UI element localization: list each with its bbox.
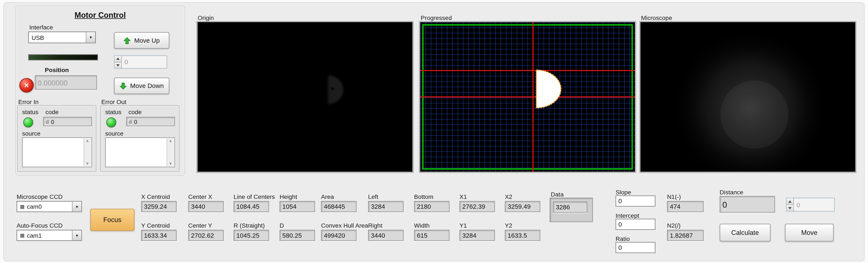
ratio-label: Ratio xyxy=(616,235,630,242)
area-label: Area xyxy=(321,193,334,200)
move-button-label: Move xyxy=(801,229,817,236)
slope-input[interactable] xyxy=(616,196,655,207)
left-value: 3284 xyxy=(368,201,404,212)
step-size-input[interactable]: 0 xyxy=(114,55,167,69)
radix-icon: d xyxy=(129,119,132,124)
error-out-source-box: ∧ ∨ xyxy=(105,137,175,167)
autofocus-ccd-select[interactable]: ▦ cam1 ▾ xyxy=(17,230,82,241)
intercept-label: Intercept xyxy=(616,212,640,219)
y-centroid-value: 1633.34 xyxy=(141,230,177,241)
focus-button[interactable]: Focus xyxy=(90,209,135,231)
move-down-label: Move Down xyxy=(130,83,164,89)
area-value: 468445 xyxy=(321,201,356,212)
origin-image-display xyxy=(196,21,413,173)
center-y-value: 2702.62 xyxy=(188,230,224,241)
scrollbar[interactable]: ∧ ∨ xyxy=(84,138,91,166)
n1-value: 474 xyxy=(667,201,704,212)
x2-label: X2 xyxy=(505,193,512,200)
d-value: 580.25 xyxy=(280,230,315,241)
error-out-label: Error Out xyxy=(101,99,126,105)
x-centroid-label: X Centroid xyxy=(141,193,170,200)
move-up-button[interactable]: Move Up xyxy=(114,32,169,49)
data-listbox[interactable]: 3286 xyxy=(550,198,593,222)
x2-value: 3259.49 xyxy=(505,201,540,212)
y1-label: Y1 xyxy=(460,222,467,229)
error-out-code-value: d 0 xyxy=(126,117,175,126)
intercept-input[interactable] xyxy=(616,219,655,230)
center-y-label: Center Y xyxy=(188,222,212,229)
move-target-input[interactable]: 0 xyxy=(786,198,835,212)
progressed-image-display xyxy=(419,21,636,173)
distance-value: 0 xyxy=(720,196,775,212)
error-out-source-label: source xyxy=(105,130,124,137)
scroll-down-icon[interactable]: ∨ xyxy=(169,161,172,166)
bottom-value: 2180 xyxy=(414,201,450,212)
stop-button[interactable]: ✕ xyxy=(19,78,34,92)
dropdown-arrow-icon[interactable]: ▾ xyxy=(72,230,82,240)
particle-core-dot xyxy=(331,87,334,90)
ratio-input[interactable] xyxy=(616,242,655,253)
radix-icon: d xyxy=(46,119,49,124)
dropdown-arrow-icon[interactable]: ▾ xyxy=(72,202,82,211)
interface-selected-value: USB xyxy=(32,34,44,41)
error-in-label: Error In xyxy=(18,99,39,105)
move-target-value: 0 xyxy=(794,198,834,211)
activity-bar-indicator xyxy=(28,54,98,60)
position-label: Position xyxy=(45,66,69,73)
increment-icon[interactable] xyxy=(115,56,121,62)
move-button[interactable]: Move xyxy=(785,224,834,241)
width-value: 615 xyxy=(414,230,450,241)
error-in-code-label: code xyxy=(45,109,59,115)
y2-label: Y2 xyxy=(505,222,512,229)
close-icon: ✕ xyxy=(24,82,29,89)
microscope-ccd-select[interactable]: ▦ cam0 ▾ xyxy=(17,201,82,212)
x1-label: X1 xyxy=(460,193,467,200)
d-label: D xyxy=(280,222,284,229)
microscope-ccd-value: cam0 xyxy=(27,203,41,210)
error-out-cluster: status code d 0 source ∧ ∨ xyxy=(100,105,179,172)
scroll-up-icon[interactable]: ∧ xyxy=(169,139,172,144)
focus-button-label: Focus xyxy=(103,216,121,224)
data-list-item: 3286 xyxy=(553,202,587,213)
slope-label: Slope xyxy=(616,189,631,196)
error-in-status-led xyxy=(23,117,33,127)
microscope-display-label: Microscope xyxy=(641,14,672,21)
spinner[interactable] xyxy=(786,198,794,211)
center-x-value: 3440 xyxy=(188,201,224,212)
decrement-icon[interactable] xyxy=(115,62,121,68)
error-in-status-label: status xyxy=(22,109,38,115)
x1-value: 2762.39 xyxy=(460,201,495,212)
line-of-centers-label: Line of Centers xyxy=(234,193,275,200)
move-up-label: Move Up xyxy=(134,37,160,44)
error-out-status-led xyxy=(106,117,116,127)
interface-label: Interface xyxy=(29,24,53,30)
error-in-code-value: d 0 xyxy=(43,117,92,126)
right-value: 3440 xyxy=(368,230,404,241)
error-in-source-box: ∧ ∨ xyxy=(22,137,92,167)
dropdown-arrow-icon[interactable]: ▾ xyxy=(86,32,95,43)
increment-icon[interactable] xyxy=(786,198,793,204)
convex-hull-area-value: 499420 xyxy=(321,230,356,241)
calculate-button-label: Calculate xyxy=(731,229,759,236)
autofocus-ccd-label: Auto-Focus CCD xyxy=(17,222,63,229)
autofocus-ccd-value: cam1 xyxy=(27,232,41,239)
r-straight-value: 1045.25 xyxy=(234,230,269,241)
convex-hull-area-label: Convex Hull Area xyxy=(321,222,368,229)
y1-value: 3284 xyxy=(460,230,495,241)
move-down-button[interactable]: Move Down xyxy=(114,78,169,94)
error-out-code-label: code xyxy=(128,109,142,115)
interface-select[interactable]: USB ▾ xyxy=(28,32,96,43)
scroll-up-icon[interactable]: ∧ xyxy=(86,139,89,144)
progressed-display-label: Progressed xyxy=(421,14,452,21)
height-label: Height xyxy=(280,193,297,200)
scroll-down-icon[interactable]: ∨ xyxy=(86,161,89,166)
calculate-button[interactable]: Calculate xyxy=(720,224,771,241)
scrollbar[interactable]: ∧ ∨ xyxy=(166,138,174,166)
spinner[interactable] xyxy=(115,56,122,68)
down-arrow-icon xyxy=(120,82,127,89)
error-out-status-label: status xyxy=(105,109,122,115)
error-in-cluster: status code d 0 source ∧ ∨ xyxy=(17,105,96,172)
n1-label: N1(-) xyxy=(667,193,681,200)
left-label: Left xyxy=(368,193,378,200)
decrement-icon[interactable] xyxy=(786,204,793,211)
